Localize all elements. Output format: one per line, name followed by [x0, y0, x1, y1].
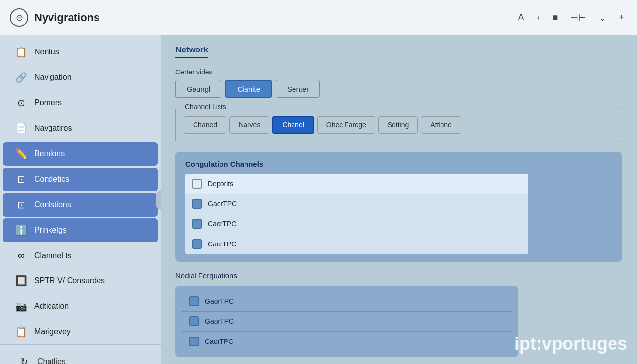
- sidebar-item-conlstions[interactable]: ⊡ Conlstions: [3, 193, 158, 217]
- add-btn[interactable]: +: [616, 10, 627, 24]
- nedial-name-0: GaorTPC: [205, 297, 234, 305]
- sidebar-item-clamnel[interactable]: ∞ Clamnel ts: [3, 244, 158, 267]
- sidebar-label-conlstions: Conlstions: [34, 200, 71, 209]
- tab-chaned[interactable]: Chaned: [184, 116, 226, 134]
- sidebar-item-adtication[interactable]: 📷 Adtication: [3, 294, 158, 318]
- cianite-button[interactable]: Cianite: [225, 80, 272, 98]
- sidebar-label-betnlons: Betnlons: [34, 149, 65, 158]
- sidebar-item-nentus[interactable]: 📋 Nentus: [3, 40, 158, 64]
- app-logo: ⊖ Nyvigrations: [10, 8, 515, 27]
- sidebar-label-clamnel: Clamnel ts: [34, 251, 72, 260]
- config-channels-box: Congulation Channels Deporits GaorTPC Ca…: [175, 152, 622, 262]
- sptrv-icon: 🔲: [15, 275, 27, 287]
- sidebar-label-chatlies: Chatlies: [37, 357, 66, 364]
- sidebar-item-navigation[interactable]: 🔗 Navigation: [3, 66, 158, 89]
- navgatiros-icon: 📄: [15, 122, 27, 134]
- nedial-list: GaorTPC GaorTPC CaorTPC: [175, 286, 518, 357]
- config-channels-title: Congulation Channels: [185, 160, 612, 168]
- channel-tabs: Chaned Narves Chanel Ohec Farcge Setting…: [184, 116, 614, 134]
- channel-name-3: CaorTPC: [208, 240, 236, 248]
- sidebar-label-navigation: Navigation: [34, 73, 72, 82]
- conlstions-icon: ⊡: [15, 199, 27, 211]
- nedial-row-2[interactable]: CaorTPC: [182, 332, 512, 351]
- porners-icon: ⊙: [15, 97, 27, 109]
- sidebar-item-condetics[interactable]: ⊡ Condetics: [3, 168, 158, 191]
- channel-lists-box: Channel Lists Chaned Narves Chanel Ohec …: [175, 108, 622, 142]
- layout-btn[interactable]: ⊣⊢: [567, 10, 589, 25]
- sidebar-label-navgatiros: Navgatiros: [34, 124, 72, 133]
- betnlons-icon: ✏️: [15, 148, 27, 160]
- tab-chanel[interactable]: Chanel: [272, 116, 314, 134]
- senter-button[interactable]: Senter: [276, 80, 320, 98]
- sidebar-item-porners[interactable]: ⊙ Porners: [3, 91, 158, 115]
- channel-row-2[interactable]: CaorTPC: [185, 214, 528, 234]
- checkbox-2[interactable]: [192, 219, 202, 229]
- app-title: Nyvigrations: [34, 11, 99, 24]
- sidebar-item-sptrv[interactable]: 🔲 SPTR V/ Consurdes: [3, 269, 158, 292]
- network-tab[interactable]: Network: [175, 45, 208, 58]
- topbar-actions: A ‹ ■ ⊣⊢ ⌄ +: [515, 10, 627, 25]
- tab-setting[interactable]: Setting: [378, 116, 418, 134]
- main-layout: 📋 Nentus 🔗 Navigation ⊙ Porners 📄 Navgat…: [0, 35, 637, 364]
- channel-name-2: CaorTPC: [208, 220, 236, 228]
- channel-name-1: GaorTPC: [208, 200, 237, 208]
- tab-narves[interactable]: Narves: [229, 116, 270, 134]
- sidebar-label-sptrv: SPTR V/ Consurdes: [34, 276, 105, 285]
- navigation-icon: 🔗: [15, 72, 27, 83]
- gaungl-button[interactable]: Gaungl: [175, 80, 221, 98]
- sidebar-collapse-button[interactable]: ‹: [156, 190, 161, 210]
- sidebar-bottom: ↻ Chatlies: [0, 344, 161, 364]
- sidebar-label-condetics: Condetics: [34, 175, 69, 184]
- tab-ohec-farcge[interactable]: Ohec Farcge: [317, 116, 375, 134]
- font-size-btn[interactable]: A: [515, 10, 527, 24]
- sidebar-item-chatlies[interactable]: ↻ Chatlies: [6, 350, 155, 364]
- sidebar-label-marigevey: Marigevey: [34, 327, 71, 336]
- prinkelgs-icon: ℹ️: [15, 224, 27, 236]
- clamnel-icon: ∞: [15, 250, 27, 261]
- nedial-title: Nedial Ferquations: [175, 271, 622, 280]
- config-channels-list: Deporits GaorTPC CaorTPC CaorTPC: [185, 174, 528, 254]
- center-video-label: Certer vides: [175, 68, 622, 76]
- channel-name-0: Deporits: [208, 180, 233, 188]
- logo-icon: ⊖: [10, 8, 28, 27]
- topbar: ⊖ Nyvigrations A ‹ ■ ⊣⊢ ⌄ +: [0, 0, 637, 35]
- channel-row-0[interactable]: Deporits: [185, 174, 528, 194]
- chatlies-icon: ↻: [18, 356, 30, 364]
- checkbox-0[interactable]: [192, 179, 202, 189]
- nedial-name-2: CaorTPC: [205, 338, 233, 345]
- nentus-icon: 📋: [15, 46, 27, 58]
- nedial-name-1: GaorTPC: [205, 317, 234, 325]
- fb-icon[interactable]: ■: [550, 10, 561, 24]
- sidebar-label-adtication: Adtication: [34, 302, 69, 311]
- checkbox-1[interactable]: [192, 199, 202, 209]
- channel-row-3[interactable]: CaorTPC: [185, 234, 528, 254]
- chevron-down-btn[interactable]: ⌄: [596, 10, 609, 25]
- center-video-buttons: Gaungl Cianite Senter: [175, 80, 622, 98]
- sidebar-item-marigevey[interactable]: 📋 Marigevey: [3, 320, 158, 343]
- nedial-checkbox-2[interactable]: [189, 337, 199, 346]
- tab-attlone[interactable]: Attlone: [421, 116, 461, 134]
- back-btn[interactable]: ‹: [534, 10, 543, 24]
- sidebar-item-prinkelgs[interactable]: ℹ️ Prinkelgs: [3, 218, 158, 242]
- content-area: Network Certer vides Gaungl Cianite Sent…: [161, 35, 637, 364]
- sidebar: 📋 Nentus 🔗 Navigation ⊙ Porners 📄 Navgat…: [0, 35, 161, 364]
- nedial-row-0[interactable]: GaorTPC: [182, 291, 512, 312]
- sidebar-label-nentus: Nentus: [34, 48, 59, 56]
- checkbox-3[interactable]: [192, 239, 202, 249]
- sidebar-label-porners: Porners: [34, 98, 62, 107]
- nedial-checkbox-1[interactable]: [189, 316, 199, 326]
- nedial-section: Nedial Ferquations GaorTPC GaorTPC CaorT…: [175, 271, 622, 357]
- sidebar-item-navgatiros[interactable]: 📄 Navgatiros: [3, 117, 158, 140]
- sidebar-item-betnlons[interactable]: ✏️ Betnlons: [3, 142, 158, 166]
- sidebar-label-prinkelgs: Prinkelgs: [34, 226, 67, 235]
- condetics-icon: ⊡: [15, 173, 27, 185]
- channel-lists-label: Channel Lists: [182, 103, 229, 111]
- marigevey-icon: 📋: [15, 326, 27, 338]
- nedial-checkbox-0[interactable]: [189, 296, 199, 306]
- channel-row-1[interactable]: GaorTPC: [185, 194, 528, 214]
- nedial-row-1[interactable]: GaorTPC: [182, 312, 512, 332]
- adtication-icon: 📷: [15, 300, 27, 312]
